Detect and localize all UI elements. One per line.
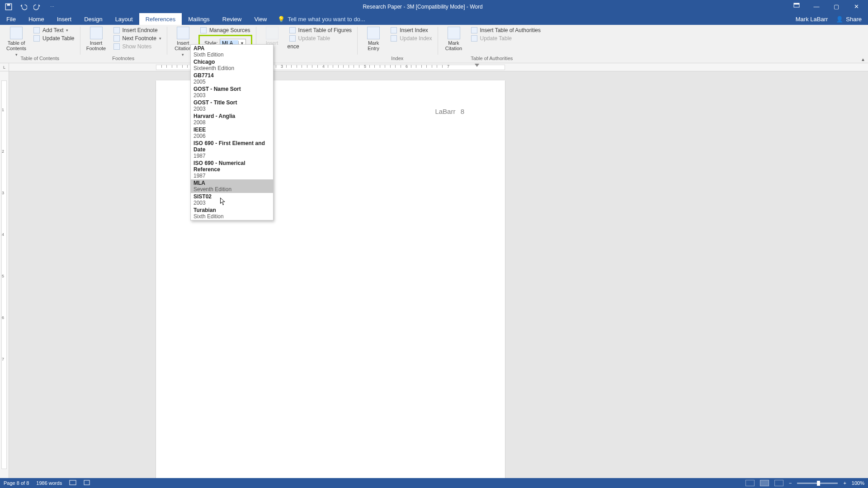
- vertical-ruler[interactable]: 1234567: [0, 71, 9, 478]
- insert-index-button[interactable]: Insert Index: [389, 27, 434, 34]
- style-option-harvard-anglia[interactable]: Harvard - Anglia2008: [191, 113, 273, 126]
- style-option-gb7714[interactable]: GB77142005: [191, 72, 273, 85]
- ribbon-options-icon[interactable]: [791, 3, 802, 10]
- insert-toa-icon: [471, 27, 477, 33]
- svg-rect-4: [70, 480, 76, 485]
- qat-customize-icon[interactable]: ⋯: [48, 3, 56, 11]
- tab-layout[interactable]: Layout: [109, 13, 139, 25]
- zoom-thumb[interactable]: [817, 481, 820, 486]
- spellcheck-icon[interactable]: [69, 480, 76, 486]
- hruler-tick: [312, 65, 312, 68]
- hruler-tick: [307, 65, 307, 68]
- account-user[interactable]: Mark LaBarr: [796, 16, 828, 23]
- insert-caption-button[interactable]: Insert: [259, 26, 285, 46]
- save-icon[interactable]: [5, 3, 13, 11]
- right-indent-marker[interactable]: [475, 64, 479, 67]
- zoom-in-button[interactable]: +: [843, 480, 846, 486]
- style-option-iso-690-numerical-reference[interactable]: ISO 690 - Numerical Reference1987: [191, 160, 273, 179]
- style-option-apa[interactable]: APASixth Edition: [191, 45, 273, 58]
- tab-references[interactable]: References: [139, 13, 182, 25]
- insert-tof-button[interactable]: Insert Table of Figures: [288, 27, 354, 34]
- update-tof-icon: [289, 35, 296, 42]
- view-print-layout[interactable]: [760, 480, 769, 486]
- ruler-corner[interactable]: L: [0, 63, 9, 71]
- status-page[interactable]: Page 8 of 8: [4, 480, 29, 486]
- vruler-number: 1: [2, 108, 4, 112]
- mark-citation-button[interactable]: Mark Citation: [441, 26, 467, 51]
- zoom-out-button[interactable]: −: [789, 480, 792, 486]
- update-toa-button: Update Table: [469, 35, 543, 42]
- insert-endnote-button[interactable]: Insert Endnote: [112, 27, 163, 34]
- style-option-mla[interactable]: MLASeventh Edition: [191, 179, 273, 193]
- next-footnote-button[interactable]: Next Footnote: [112, 35, 163, 42]
- hruler-tick: [369, 65, 370, 68]
- style-option-sub: 2003: [193, 200, 270, 206]
- status-words[interactable]: 1986 words: [36, 480, 62, 486]
- tab-design[interactable]: Design: [78, 13, 108, 25]
- redo-icon[interactable]: [33, 3, 42, 11]
- hruler-number: 5: [364, 64, 366, 69]
- hruler-tick: [432, 65, 432, 68]
- style-option-sub: 2006: [193, 133, 270, 140]
- undo-icon[interactable]: [19, 3, 27, 11]
- macro-icon[interactable]: [84, 480, 90, 486]
- group-caption: Table of Contents: [20, 56, 59, 63]
- tab-home[interactable]: Home: [22, 13, 51, 25]
- ribbon: Table of Contents Add Text Update Table …: [0, 25, 868, 63]
- tab-insert[interactable]: Insert: [51, 13, 78, 25]
- table-of-contents-button[interactable]: Table of Contents: [4, 26, 29, 57]
- share-button[interactable]: 👤 Share: [836, 16, 862, 23]
- svg-rect-3: [794, 3, 799, 5]
- manage-sources-button[interactable]: Manage Sources: [198, 27, 252, 34]
- style-option-name: Turabian: [193, 207, 270, 213]
- close-icon[interactable]: ✕: [851, 3, 862, 10]
- tof-icon: [289, 27, 296, 33]
- minimize-icon[interactable]: —: [811, 3, 822, 10]
- style-dropdown[interactable]: APASixth EditionChicagoSixteenth Edition…: [190, 44, 274, 221]
- style-option-name: ISO 690 - First Element and Date: [193, 140, 270, 153]
- style-option-ieee[interactable]: IEEE2006: [191, 126, 273, 140]
- group-caption: Index: [391, 56, 403, 63]
- style-option-gost-title-sort[interactable]: GOST - Title Sort2003: [191, 99, 273, 113]
- zoom-slider[interactable]: [797, 483, 838, 484]
- ribbon-tabs: File Home Insert Design Layout Reference…: [0, 13, 868, 25]
- insert-toa-button[interactable]: Insert Table of Authorities: [469, 27, 543, 34]
- collapse-ribbon-icon[interactable]: ▲: [861, 57, 865, 62]
- vruler-number: 6: [2, 315, 4, 320]
- tab-mailings[interactable]: Mailings: [182, 13, 216, 25]
- hruler-tick: [390, 65, 391, 68]
- style-option-chicago[interactable]: ChicagoSixteenth Edition: [191, 58, 273, 72]
- update-toc-icon: [33, 35, 40, 42]
- hruler-tick: [166, 65, 167, 68]
- citation-icon: [177, 27, 189, 39]
- tell-me-search[interactable]: 💡 Tell me what you want to do...: [273, 13, 365, 25]
- style-option-iso-690-first-element-and-date[interactable]: ISO 690 - First Element and Date1987: [191, 140, 273, 160]
- share-icon: 👤: [836, 16, 843, 23]
- horizontal-ruler[interactable]: 234567: [9, 63, 868, 71]
- style-option-sist02[interactable]: SIST022003: [191, 193, 273, 206]
- style-option-gost-name-sort[interactable]: GOST - Name Sort2003: [191, 85, 273, 99]
- style-option-name: IEEE: [193, 127, 270, 133]
- footnote-label: Insert Footnote: [86, 40, 106, 51]
- hruler-tick: [276, 65, 276, 68]
- tab-file[interactable]: File: [0, 13, 22, 25]
- style-option-name: MLA: [193, 180, 270, 186]
- style-option-name: Harvard - Anglia: [193, 113, 270, 119]
- update-toc-label: Update Table: [42, 35, 75, 42]
- zoom-level[interactable]: 100%: [852, 480, 864, 486]
- cross-reference-suffix[interactable]: ence: [288, 43, 354, 50]
- insert-footnote-button[interactable]: Insert Footnote: [84, 26, 109, 51]
- update-toc-button[interactable]: Update Table: [32, 35, 76, 42]
- add-text-button[interactable]: Add Text: [32, 27, 76, 34]
- view-read-mode[interactable]: [745, 480, 755, 486]
- tab-review[interactable]: Review: [216, 13, 248, 25]
- style-option-turabian[interactable]: TurabianSixth Edition: [191, 206, 273, 220]
- maximize-icon[interactable]: ▢: [831, 3, 842, 10]
- hruler-number: 3: [281, 64, 283, 69]
- document-area[interactable]: LaBarr 8: [9, 71, 868, 478]
- hruler-tick: [177, 65, 177, 68]
- view-web-layout[interactable]: [774, 480, 783, 486]
- update-toa-label: Update Table: [480, 35, 512, 42]
- tab-view[interactable]: View: [248, 13, 273, 25]
- mark-entry-button[interactable]: Mark Entry: [361, 26, 386, 51]
